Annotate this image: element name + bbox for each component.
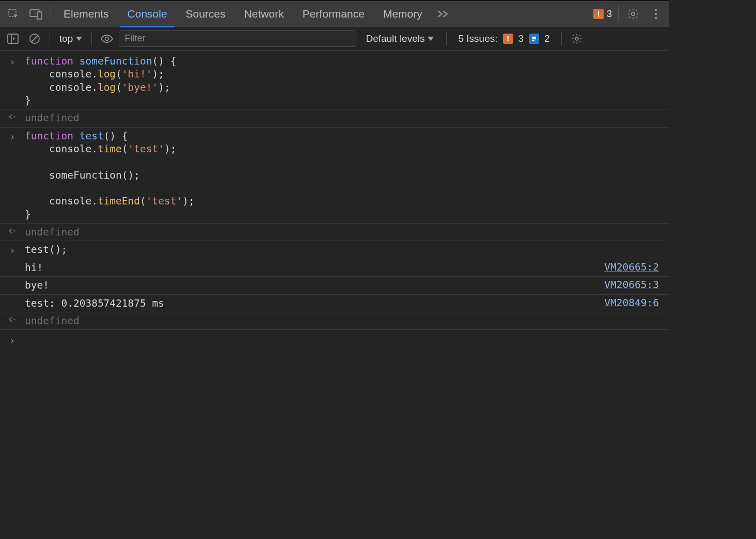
tab-label: Sources bbox=[186, 8, 226, 20]
more-tabs-button[interactable] bbox=[432, 10, 454, 18]
svg-point-15 bbox=[13, 230, 15, 232]
code-token: log bbox=[98, 82, 116, 93]
issues-label: 5 Issues: bbox=[458, 33, 497, 44]
code-token: 'test' bbox=[146, 195, 182, 207]
console-prompt-row[interactable]: › bbox=[0, 330, 669, 346]
return-icon bbox=[0, 314, 25, 323]
console-row: undefined bbox=[0, 224, 669, 241]
prompt-icon: › bbox=[0, 243, 25, 256]
svg-point-14 bbox=[13, 116, 15, 118]
settings-icon[interactable] bbox=[622, 3, 644, 25]
console-input[interactable] bbox=[25, 333, 669, 346]
code-token: () { bbox=[104, 130, 128, 142]
clear-console-icon[interactable] bbox=[25, 29, 44, 49]
code-token: time bbox=[98, 143, 122, 155]
code-token bbox=[73, 130, 80, 142]
console-row: bye!VM20665:3 bbox=[0, 277, 669, 294]
issues-info-count: 2 bbox=[544, 33, 550, 44]
console-log-message: bye! bbox=[25, 279, 604, 292]
console-row: undefined bbox=[0, 109, 669, 127]
chevron-down-icon bbox=[76, 37, 82, 41]
filter-input[interactable] bbox=[119, 30, 356, 47]
separator bbox=[446, 32, 447, 45]
source-link[interactable]: VM20665:2 bbox=[604, 261, 663, 273]
code-token: timeEnd bbox=[98, 195, 140, 207]
toggle-sidebar-icon[interactable] bbox=[3, 29, 23, 49]
chevron-down-icon bbox=[428, 37, 434, 41]
log-gutter bbox=[0, 279, 25, 280]
kebab-menu-icon[interactable] bbox=[644, 3, 667, 25]
svg-point-3 bbox=[632, 12, 635, 15]
tab-network[interactable]: Network bbox=[235, 1, 293, 27]
source-link[interactable]: VM20849:6 bbox=[604, 297, 663, 309]
error-count-badge[interactable]: ! 3 bbox=[590, 7, 615, 21]
svg-rect-12 bbox=[532, 40, 534, 41]
console-row: ›function someFunction() { console.log('… bbox=[0, 53, 669, 109]
code-token: 'test' bbox=[128, 143, 164, 155]
log-gutter bbox=[0, 297, 25, 298]
tab-label: Performance bbox=[303, 8, 365, 20]
svg-rect-2 bbox=[37, 12, 42, 19]
return-icon bbox=[0, 226, 25, 234]
console-settings-icon[interactable] bbox=[567, 29, 587, 49]
code-token: ); bbox=[182, 195, 194, 207]
console-output[interactable]: ›function someFunction() { console.log('… bbox=[0, 51, 669, 475]
svg-rect-10 bbox=[532, 37, 536, 38]
code-token: someFunction bbox=[80, 55, 152, 67]
svg-point-9 bbox=[105, 37, 109, 40]
svg-point-16 bbox=[13, 319, 15, 320]
tab-performance[interactable]: Performance bbox=[293, 1, 374, 27]
issues-button[interactable]: 5 Issues: ! 3 2 bbox=[452, 33, 556, 44]
code-token: ( bbox=[122, 143, 128, 155]
console-row: ›function test() { console.time('test');… bbox=[0, 128, 669, 224]
console-result: undefined bbox=[25, 226, 663, 239]
code-token: console. bbox=[25, 195, 98, 207]
code-token: console. bbox=[25, 82, 98, 93]
code-token: test(); bbox=[25, 244, 67, 256]
code-token: ); bbox=[158, 82, 170, 93]
separator bbox=[91, 32, 92, 45]
console-toolbar: top Default levels 5 Issues: ! 3 2 bbox=[0, 27, 669, 51]
console-row: undefined bbox=[0, 312, 669, 330]
error-icon: ! bbox=[503, 34, 513, 44]
devtools-tabbar: ElementsConsoleSourcesNetworkPerformance… bbox=[0, 0, 669, 27]
tab-label: Network bbox=[244, 8, 284, 20]
code-token: () { bbox=[152, 55, 177, 67]
tab-sources[interactable]: Sources bbox=[177, 1, 235, 27]
console-input-code: function someFunction() { console.log('h… bbox=[25, 55, 663, 107]
inspect-element-icon[interactable] bbox=[2, 3, 25, 25]
log-levels-selector[interactable]: Default levels bbox=[358, 33, 441, 44]
context-label: top bbox=[59, 33, 73, 44]
prompt-icon: › bbox=[0, 334, 25, 346]
tab-label: Console bbox=[128, 8, 167, 20]
tab-label: Memory bbox=[383, 8, 422, 20]
console-log-message: hi! bbox=[25, 261, 604, 274]
svg-point-13 bbox=[575, 37, 578, 40]
source-link[interactable]: VM20665:3 bbox=[604, 279, 663, 291]
live-expression-icon[interactable] bbox=[97, 29, 117, 49]
svg-point-6 bbox=[655, 17, 657, 19]
svg-point-4 bbox=[655, 9, 657, 11]
code-token: ); bbox=[152, 68, 164, 80]
tab-elements[interactable]: Elements bbox=[54, 1, 118, 27]
device-toolbar-icon[interactable] bbox=[25, 3, 48, 25]
console-input-code: test(); bbox=[25, 243, 663, 256]
separator bbox=[618, 6, 619, 22]
svg-rect-11 bbox=[532, 38, 536, 39]
console-input-code: function test() { console.time('test'); … bbox=[25, 130, 663, 221]
tab-memory[interactable]: Memory bbox=[374, 1, 432, 27]
console-log-message: test: 0.203857421875 ms bbox=[25, 297, 604, 310]
console-result: undefined bbox=[25, 112, 663, 124]
issues-error-count: 3 bbox=[518, 33, 524, 44]
tab-label: Elements bbox=[64, 8, 109, 20]
tab-console[interactable]: Console bbox=[118, 1, 177, 27]
execution-context-selector[interactable]: top bbox=[55, 33, 86, 44]
code-token: function bbox=[25, 55, 73, 67]
separator bbox=[50, 32, 50, 45]
prompt-icon: › bbox=[0, 130, 25, 142]
separator bbox=[51, 6, 51, 22]
prompt-icon: › bbox=[0, 55, 25, 67]
code-token: 'bye!' bbox=[122, 82, 158, 93]
info-icon bbox=[529, 34, 539, 44]
code-token: ( bbox=[116, 68, 122, 80]
